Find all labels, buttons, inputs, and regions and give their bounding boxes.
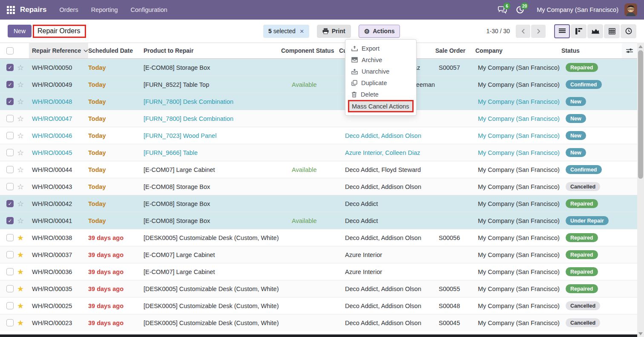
app-name[interactable]: Repairs: [20, 6, 46, 14]
row-checkbox-cell: ✓: [0, 200, 17, 207]
row-checkbox[interactable]: [6, 149, 14, 156]
activities-icon[interactable]: 20: [515, 4, 527, 15]
table-row[interactable]: ★WH/RO/0002539 days ago[DESK0005] Custom…: [0, 297, 637, 314]
table-row[interactable]: ★WH/RO/0003839 days ago[DESK0005] Custom…: [0, 229, 637, 246]
star-outline-icon[interactable]: ☆: [17, 200, 24, 208]
row-checkbox[interactable]: [6, 319, 14, 326]
star-outline-icon[interactable]: ☆: [17, 64, 24, 71]
nav-item-orders[interactable]: Orders: [59, 6, 78, 13]
apps-grid-icon[interactable]: [7, 6, 15, 14]
star-outline-icon[interactable]: ☆: [17, 166, 24, 174]
table-row[interactable]: ✓☆WH/RO/00041Today[E-COM08] Storage BoxA…: [0, 212, 637, 229]
star-outline-icon[interactable]: ☆: [17, 149, 24, 157]
star-outline-icon[interactable]: ☆: [17, 132, 24, 140]
view-pivot-button[interactable]: [604, 24, 620, 38]
header-status[interactable]: Status: [561, 47, 622, 54]
company: My Company (San Francisco): [475, 200, 561, 207]
row-checkbox[interactable]: ✓: [6, 98, 14, 105]
menu-item-unarchive[interactable]: Unarchive: [345, 66, 416, 77]
star-outline-icon[interactable]: ☆: [17, 115, 24, 123]
star-outline-icon[interactable]: ☆: [17, 217, 24, 225]
star-outline-icon[interactable]: ☆: [17, 81, 24, 89]
company: My Company (San Francisco): [475, 183, 561, 190]
star-filled-icon[interactable]: ★: [17, 319, 24, 327]
select-all-checkbox[interactable]: [6, 47, 14, 54]
pager-prev-button[interactable]: [516, 25, 530, 38]
new-button[interactable]: New: [8, 25, 32, 37]
nav-item-configuration[interactable]: Configuration: [131, 6, 167, 13]
table-row[interactable]: ✓☆WH/RO/00049Today[FURN_8522] Table TopA…: [0, 76, 637, 93]
title-annotation-box: Repair Orders: [33, 25, 86, 38]
table-row[interactable]: ✓☆WH/RO/00042Today[E-COM08] Storage BoxD…: [0, 195, 637, 212]
user-avatar[interactable]: [624, 3, 637, 16]
row-checkbox[interactable]: [6, 166, 14, 173]
header-sale-order[interactable]: Sale Order: [435, 47, 475, 54]
view-graph-button[interactable]: [587, 24, 603, 38]
star-outline-icon[interactable]: ☆: [17, 183, 24, 191]
table-row[interactable]: ✓☆WH/RO/00050Today[E-COM08] Storage BoxA…: [0, 59, 637, 76]
star-outline-icon[interactable]: ☆: [17, 98, 24, 106]
table-row[interactable]: ★WH/RO/0002339 days ago[DESK0005] Custom…: [0, 314, 637, 331]
header-company[interactable]: Company: [475, 47, 561, 54]
print-button[interactable]: Print: [317, 25, 351, 38]
menu-item-delete[interactable]: Delete: [345, 89, 416, 100]
optional-columns-button[interactable]: [622, 43, 637, 58]
row-checkbox[interactable]: [6, 183, 14, 190]
table-row[interactable]: ★WH/RO/0003539 days ago[DESK0005] Custom…: [0, 280, 637, 297]
menu-item-mass-cancel-actions[interactable]: Mass Cancel Actions: [348, 100, 414, 112]
star-filled-icon[interactable]: ★: [17, 285, 24, 293]
pager-next-button[interactable]: [531, 25, 546, 38]
row-checkbox[interactable]: [6, 268, 14, 275]
table-row[interactable]: ☆WH/RO/00043Today[E-COM08] Storage BoxDe…: [0, 178, 637, 195]
header-repair-reference[interactable]: Repair Reference: [29, 43, 88, 58]
scroll-up-arrow[interactable]: [638, 45, 643, 48]
row-star-cell: ★: [17, 268, 29, 276]
header-scheduled-date[interactable]: Scheduled Date: [88, 47, 144, 54]
scrollbar-thumb[interactable]: [638, 50, 643, 179]
clear-selection-icon[interactable]: ×: [300, 28, 304, 35]
view-activity-button[interactable]: [621, 24, 636, 38]
star-filled-icon[interactable]: ★: [17, 268, 24, 276]
menu-item-label: Archive: [362, 57, 382, 63]
view-list-button[interactable]: [554, 24, 570, 38]
header-component-status[interactable]: Component Status: [281, 47, 339, 54]
table-row[interactable]: ☆WH/RO/00045Today[FURN_9666] TableAzure …: [0, 144, 637, 161]
customer: Azure Interior, Colleen Diaz: [339, 149, 435, 156]
actions-button[interactable]: ⚙ Actions: [359, 25, 400, 38]
table-row[interactable]: ☆WH/RO/00047Today[FURN_7800] Desk Combin…: [0, 110, 637, 127]
nav-item-reporting[interactable]: Reporting: [91, 6, 118, 13]
row-checkbox[interactable]: ✓: [6, 217, 14, 224]
row-checkbox[interactable]: [6, 132, 14, 139]
company-switcher[interactable]: My Company (San Francisco): [537, 6, 618, 13]
star-filled-icon[interactable]: ★: [17, 251, 24, 259]
row-checkbox[interactable]: [6, 251, 14, 258]
menu-item-duplicate[interactable]: Duplicate: [345, 77, 416, 89]
row-checkbox[interactable]: ✓: [6, 200, 14, 207]
row-checkbox[interactable]: [6, 115, 14, 122]
star-filled-icon[interactable]: ★: [17, 302, 24, 310]
star-filled-icon[interactable]: ★: [17, 234, 24, 242]
table-row[interactable]: ★WH/RO/0003739 days ago[E-COM07] Large C…: [0, 246, 637, 263]
menu-item-archive[interactable]: Archive: [345, 54, 416, 66]
row-checkbox[interactable]: [6, 285, 14, 292]
header-product[interactable]: Product to Repair: [144, 47, 281, 54]
status-cell: Repaired: [561, 199, 622, 208]
table-row[interactable]: ✓☆WH/RO/00048Today[FURN_7800] Desk Combi…: [0, 93, 637, 110]
row-checkbox[interactable]: [6, 302, 14, 309]
scheduled-date: Today: [88, 217, 144, 224]
company: My Company (San Francisco): [475, 320, 561, 326]
menu-item-export[interactable]: Export: [345, 43, 416, 54]
row-checkbox[interactable]: ✓: [6, 81, 14, 88]
row-checkbox[interactable]: [6, 234, 14, 241]
scroll-down-arrow[interactable]: [638, 332, 643, 335]
status-cell: Cancelled: [561, 301, 622, 310]
scrollbar[interactable]: [637, 43, 644, 337]
row-checkbox[interactable]: ✓: [6, 64, 14, 71]
table-row[interactable]: ★WH/RO/0003639 days ago[E-COM07] Large C…: [0, 263, 637, 280]
messages-icon[interactable]: 6: [497, 4, 509, 15]
scheduled-date: Today: [88, 149, 144, 156]
table-row[interactable]: ☆WH/RO/00044Today[E-COM07] Large Cabinet…: [0, 161, 637, 178]
view-kanban-button[interactable]: [571, 24, 586, 38]
table-row[interactable]: ☆WH/RO/00046Today[FURN_7023] Wood PanelD…: [0, 127, 637, 144]
status-cell: Confirmed: [561, 165, 622, 174]
